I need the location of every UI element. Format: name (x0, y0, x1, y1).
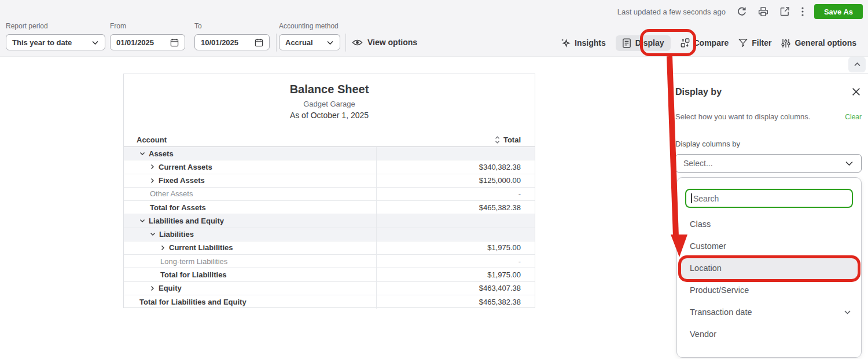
search-input[interactable] (685, 189, 853, 208)
option-customer[interactable]: Customer (677, 235, 861, 257)
row-label: Total for Liabilities (160, 270, 227, 279)
report-period-label: Report period (6, 22, 105, 30)
row-value: $465,382.38 (377, 201, 535, 214)
table-row[interactable]: Current Liabilities $1,975.00 (124, 241, 535, 255)
row-label: Total for Liabilities and Equity (139, 298, 247, 306)
kebab-menu-icon (801, 6, 804, 17)
row-label: Current Assets (159, 163, 212, 171)
chevron-down-icon (844, 310, 851, 315)
display-columns-dropdown: Class Customer Location Product/Service … (676, 177, 862, 358)
row-label: Liabilities and Equity (149, 217, 224, 225)
last-updated-text: Last updated a few seconds ago (617, 8, 726, 16)
table-row[interactable]: Current Assets $340,382.38 (124, 160, 535, 174)
display-by-panel: Display by Select how you want to displa… (670, 74, 868, 359)
filter-button[interactable]: Filter (738, 38, 771, 47)
accounting-method-select[interactable]: Accrual (279, 34, 340, 50)
table-row[interactable]: Assets (124, 147, 535, 160)
row-value: $125,000.00 (377, 174, 535, 187)
sort-icon (495, 136, 500, 144)
total-column-header[interactable]: Total (377, 135, 535, 144)
save-as-button[interactable]: Save As (814, 4, 863, 19)
insights-button[interactable]: Insights (561, 38, 606, 48)
export-button[interactable] (778, 5, 791, 18)
to-date-value: 10/01/2025 (201, 38, 238, 47)
option-product-service[interactable]: Product/Service (677, 279, 861, 301)
chevron-right-icon (150, 178, 155, 184)
funnel-icon (738, 38, 748, 47)
from-date-value: 01/01/2025 (116, 38, 154, 47)
clear-button[interactable]: Clear (845, 113, 862, 121)
row-label: Other Assets (150, 189, 193, 198)
collapse-panel-button[interactable] (848, 57, 866, 72)
row-value (377, 228, 535, 241)
row-value: $1,975.00 (377, 241, 535, 254)
text-cursor (691, 193, 692, 203)
accounting-method-label: Accounting method (279, 22, 340, 30)
refresh-button[interactable] (735, 5, 748, 18)
filter-label: Filter (752, 38, 771, 47)
table-header-row: Account Total (124, 133, 535, 147)
to-date-field[interactable]: 10/01/2025 (194, 34, 270, 50)
eye-icon (352, 39, 363, 46)
divider (276, 34, 277, 52)
more-options-button[interactable] (800, 5, 806, 18)
close-panel-button[interactable] (851, 86, 862, 97)
accounting-method-value: Accrual (285, 38, 313, 47)
chevron-right-icon (150, 285, 155, 291)
account-column-header: Account (124, 135, 377, 144)
table-row[interactable]: Liabilities (124, 228, 535, 241)
top-actions: Last updated a few seconds ago Save As (617, 4, 863, 19)
calendar-icon (255, 38, 263, 47)
print-button[interactable] (757, 5, 770, 18)
display-columns-select[interactable]: Select... (675, 154, 862, 173)
report-period-group: Report period This year to date (6, 22, 105, 50)
to-date-group: To 10/01/2025 (194, 22, 270, 50)
compare-label: Compare (694, 38, 729, 47)
row-value: - (377, 255, 535, 268)
option-transaction-date[interactable]: Transaction date (677, 301, 861, 323)
chevron-down-icon (326, 40, 334, 45)
report-period-select[interactable]: This year to date (6, 34, 105, 50)
chevron-right-icon (160, 245, 165, 251)
chevron-up-icon (854, 62, 861, 67)
refresh-icon (737, 6, 747, 17)
divider (345, 34, 346, 52)
display-label: Display (635, 38, 664, 47)
compare-button[interactable]: Compare (681, 38, 729, 47)
display-columns-by-label: Display columns by (675, 140, 862, 148)
table-row[interactable]: Fixed Assets $125,000.00 (124, 174, 535, 188)
report-toolbar: Insights Display Compare Filter General … (561, 34, 856, 52)
close-icon (852, 87, 860, 96)
table-row[interactable]: Liabilities and Equity (124, 214, 535, 228)
view-options-label: View options (367, 38, 417, 47)
chevron-down-icon (91, 40, 99, 45)
sparkle-icon (561, 38, 571, 48)
printer-icon (758, 6, 768, 17)
chevron-right-icon (150, 164, 155, 170)
panel-title: Display by (675, 87, 722, 97)
export-icon (779, 6, 790, 17)
option-location[interactable]: Location (681, 257, 857, 279)
option-vendor[interactable]: Vendor (677, 323, 861, 345)
row-label: Long-term Liabilities (160, 257, 227, 266)
view-options-button[interactable]: View options (352, 38, 417, 47)
panel-subtitle: Select how you want to display columns. (675, 112, 810, 121)
row-label: Fixed Assets (159, 176, 205, 185)
from-date-field[interactable]: 01/01/2025 (110, 34, 185, 50)
display-button[interactable]: Display (616, 35, 671, 51)
chevron-down-icon (139, 151, 145, 156)
chevron-down-icon (139, 218, 145, 224)
chevron-down-icon (845, 160, 854, 166)
option-class[interactable]: Class (677, 213, 861, 235)
general-options-button[interactable]: General options (781, 38, 856, 48)
insights-label: Insights (575, 38, 606, 47)
sliders-icon (781, 38, 790, 48)
total-header-label: Total (503, 135, 521, 144)
row-value: - (377, 188, 535, 200)
row-label: Total for Assets (150, 203, 206, 212)
table-row[interactable]: Equity $463,407.38 (124, 282, 535, 295)
report-title: Balance Sheet (124, 83, 535, 96)
row-value: $340,382.38 (377, 160, 535, 173)
row-value: $463,407.38 (377, 282, 535, 295)
select-placeholder: Select... (683, 159, 713, 168)
